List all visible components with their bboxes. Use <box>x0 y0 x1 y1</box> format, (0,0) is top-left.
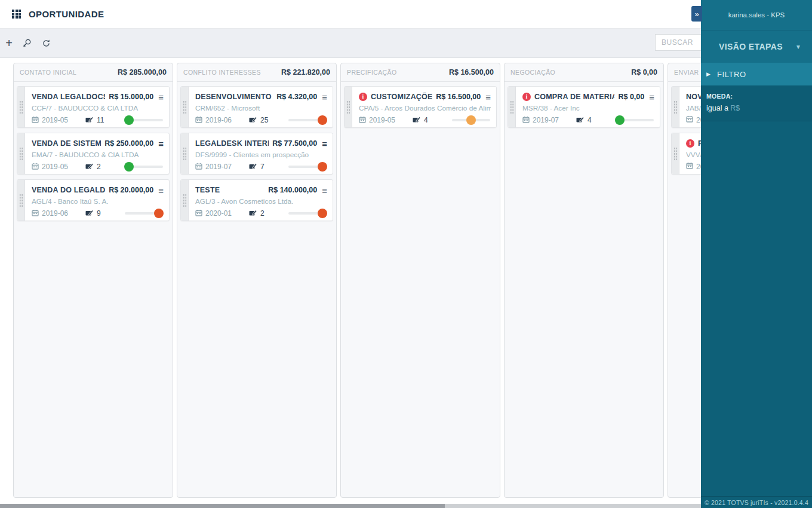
card-meta-row: 2019-0511 <box>32 115 164 125</box>
opportunity-card[interactable]: VENDA DO LEGALDESKR$ 20.000,00≡AGL/4 - B… <box>17 179 170 221</box>
card-activity-count: 25 <box>249 116 268 125</box>
scrollbar-thumb[interactable] <box>0 504 445 508</box>
probability-slider[interactable] <box>125 162 163 172</box>
edit-note-icon <box>576 116 585 125</box>
add-button[interactable]: + <box>0 29 18 57</box>
alert-icon: i <box>686 139 694 148</box>
card-title: CUSTOMIZAÇÕES ... <box>371 93 432 101</box>
card-menu-icon[interactable]: ≡ <box>321 139 327 148</box>
drag-handle-icon[interactable] <box>17 87 25 127</box>
card-date-label: 2019-05 <box>42 163 68 171</box>
view-selector-label: VISÃO ETAPAS <box>719 42 783 51</box>
card-title-row: VENDA LEGALDOCSR$ 15.000,00≡ <box>32 91 164 102</box>
card-body: DESENVOLVIMENTO D...R$ 4.320,00≡CRM/652 … <box>189 87 333 127</box>
column-title: NEGOCIAÇÃO <box>510 69 555 76</box>
probability-slider[interactable] <box>616 115 654 125</box>
drag-handle-icon[interactable] <box>181 133 189 174</box>
card-title-row: LEGALDESK INTERNA...R$ 77.500,00≡ <box>195 138 327 149</box>
card-value: R$ 250.000,00 <box>104 139 153 148</box>
drag-handle-icon[interactable] <box>17 133 25 174</box>
column-header: CONTATO INICIALR$ 285.000,00 <box>14 63 173 82</box>
calendar-icon <box>686 162 693 171</box>
slider-knob[interactable] <box>124 115 134 125</box>
card-meta-row: 2019-074 <box>522 115 654 125</box>
slider-knob[interactable] <box>318 115 327 125</box>
card-menu-icon[interactable]: ≡ <box>157 93 164 102</box>
card-subtitle: AGL/4 - Banco Itaú S. A. <box>32 197 164 206</box>
app-launcher-icon[interactable] <box>12 10 21 19</box>
card-value: R$ 77.500,00 <box>272 139 317 148</box>
opportunity-card[interactable]: iCUSTOMIZAÇÕES ...R$ 16.500,00≡CPA/5 - A… <box>344 86 497 128</box>
opportunity-card[interactable]: iCOMPRA DE MATERIALR$ 0,00≡MSR/38 - Acer… <box>508 86 660 128</box>
drag-handle-icon[interactable] <box>345 87 352 127</box>
slider-knob[interactable] <box>318 209 327 218</box>
card-title-row: DESENVOLVIMENTO D...R$ 4.320,00≡ <box>195 91 327 102</box>
page-title: OPORTUNIDADE <box>29 9 104 19</box>
card-title: VENDA DE SISTEMA <box>32 139 101 148</box>
drag-handle-icon[interactable] <box>181 87 189 127</box>
column-title: CONFLITO INTERESSES <box>183 69 261 76</box>
card-date: 2019-05 <box>359 116 413 125</box>
refresh-icon[interactable] <box>37 29 55 57</box>
drag-handle-icon[interactable] <box>181 180 189 221</box>
card-title: VENDA DO LEGALDESK <box>32 186 105 194</box>
opportunity-card[interactable]: VENDA DE SISTEMAR$ 250.000,00≡EMA/7 - BA… <box>17 133 170 175</box>
view-selector[interactable]: VISÃO ETAPAS ▼ <box>701 30 812 63</box>
card-subtitle: AGL/3 - Avon Cosmeticos Ltda. <box>195 197 327 206</box>
column-title: CONTATO INICIAL <box>20 69 76 76</box>
toolbar: + <box>0 29 812 58</box>
filter-section-header[interactable]: ▶ FILTRO <box>701 63 812 85</box>
card-activity-count-label: 2 <box>260 209 264 218</box>
column-total: R$ 285.000,00 <box>118 68 167 76</box>
slider-knob[interactable] <box>124 162 134 172</box>
card-title: VENDA LEGALDOCS <box>32 93 105 101</box>
card-date-label: 2019-06 <box>205 116 232 124</box>
drag-handle-icon[interactable] <box>672 87 679 127</box>
edit-note-icon <box>85 116 94 125</box>
filter-sidebar: » karina.sales - KPS VISÃO ETAPAS ▼ ▶ FI… <box>701 0 812 508</box>
card-date-label: 2020-01 <box>205 209 232 218</box>
slider-knob[interactable] <box>318 162 327 172</box>
drag-handle-icon[interactable] <box>508 87 516 127</box>
card-menu-icon[interactable]: ≡ <box>157 139 164 148</box>
kanban-column: CONTATO INICIALR$ 285.000,00VENDA LEGALD… <box>13 63 173 498</box>
card-subtitle: CRM/652 - Microsoft <box>195 104 327 112</box>
card-value: R$ 0,00 <box>618 93 644 101</box>
card-date: 2019-05 <box>32 163 85 172</box>
probability-slider[interactable] <box>288 115 327 125</box>
calendar-icon <box>32 116 39 125</box>
probability-slider[interactable] <box>452 115 490 125</box>
card-subtitle: MSR/38 - Acer Inc <box>522 104 654 112</box>
probability-slider[interactable] <box>288 209 327 218</box>
probability-slider[interactable] <box>288 162 327 172</box>
card-body: TESTER$ 140.000,00≡AGL/3 - Avon Cosmetic… <box>189 180 333 221</box>
opportunity-card[interactable]: TESTER$ 140.000,00≡AGL/3 - Avon Cosmetic… <box>180 179 333 221</box>
probability-slider[interactable] <box>125 209 163 218</box>
slider-knob[interactable] <box>466 115 476 125</box>
card-menu-icon[interactable]: ≡ <box>321 93 327 102</box>
horizontal-scrollbar[interactable] <box>0 504 701 508</box>
card-activity-count: 2 <box>85 163 101 172</box>
user-label: karina.sales - KPS <box>701 0 812 30</box>
probability-slider[interactable] <box>125 115 163 125</box>
opportunity-card[interactable]: LEGALDESK INTERNA...R$ 77.500,00≡DFS/999… <box>180 133 333 175</box>
drag-handle-icon[interactable] <box>17 180 25 221</box>
card-subtitle: DFS/9999 - Clientes em prospecção <box>195 151 327 159</box>
card-date-label: 2019-07 <box>205 163 232 171</box>
opportunity-card[interactable]: DESENVOLVIMENTO D...R$ 4.320,00≡CRM/652 … <box>180 86 333 128</box>
card-menu-icon[interactable]: ≡ <box>321 186 327 195</box>
slider-knob[interactable] <box>615 115 625 125</box>
opportunity-card[interactable]: VENDA LEGALDOCSR$ 15.000,00≡CCF/7 - BAUD… <box>17 86 170 128</box>
card-menu-icon[interactable]: ≡ <box>484 93 491 102</box>
card-menu-icon[interactable]: ≡ <box>157 186 164 195</box>
card-activity-count-label: 4 <box>424 116 428 124</box>
calendar-icon <box>522 116 530 125</box>
sidebar-collapse-button[interactable]: » <box>691 6 702 22</box>
card-menu-icon[interactable]: ≡ <box>648 93 654 102</box>
slider-knob[interactable] <box>154 209 164 218</box>
column-header: CONFLITO INTERESSESR$ 221.820,00 <box>177 63 336 82</box>
drag-handle-icon[interactable] <box>672 133 679 174</box>
kanban-column: CONFLITO INTERESSESR$ 221.820,00DESENVOL… <box>177 63 337 498</box>
advanced-search-icon[interactable] <box>18 29 36 57</box>
alert-icon: i <box>359 93 367 101</box>
